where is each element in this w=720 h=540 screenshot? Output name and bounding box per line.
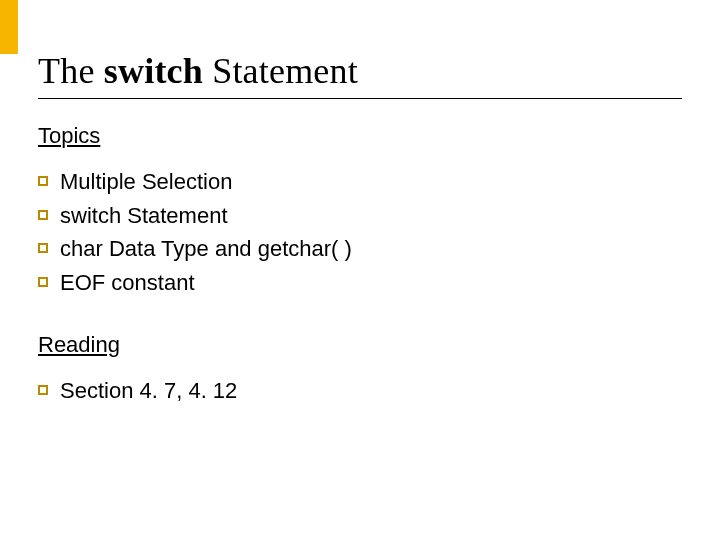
topics-list: Multiple Selection switch Statement char… (38, 167, 682, 298)
accent-bar (0, 0, 18, 54)
slide-content: The switch Statement Topics Multiple Sel… (38, 50, 682, 439)
reading-heading: Reading (38, 332, 682, 358)
list-item-text: char Data Type and getchar( ) (60, 234, 352, 264)
list-item-text: Multiple Selection (60, 167, 232, 197)
title-post: Statement (203, 51, 358, 91)
topics-heading: Topics (38, 123, 682, 149)
list-item: Multiple Selection (38, 167, 682, 197)
reading-list: Section 4. 7, 4. 12 (38, 376, 682, 406)
bullet-square-icon (38, 385, 48, 395)
title-pre: The (38, 51, 104, 91)
bullet-square-icon (38, 243, 48, 253)
list-item-text: switch Statement (60, 201, 228, 231)
list-item: Section 4. 7, 4. 12 (38, 376, 682, 406)
bullet-square-icon (38, 176, 48, 186)
title-bold: switch (104, 51, 203, 91)
bullet-square-icon (38, 210, 48, 220)
list-item: char Data Type and getchar( ) (38, 234, 682, 264)
list-item-text: EOF constant (60, 268, 195, 298)
list-item: EOF constant (38, 268, 682, 298)
bullet-square-icon (38, 277, 48, 287)
list-item: switch Statement (38, 201, 682, 231)
list-item-text: Section 4. 7, 4. 12 (60, 376, 237, 406)
slide-title: The switch Statement (38, 50, 682, 99)
